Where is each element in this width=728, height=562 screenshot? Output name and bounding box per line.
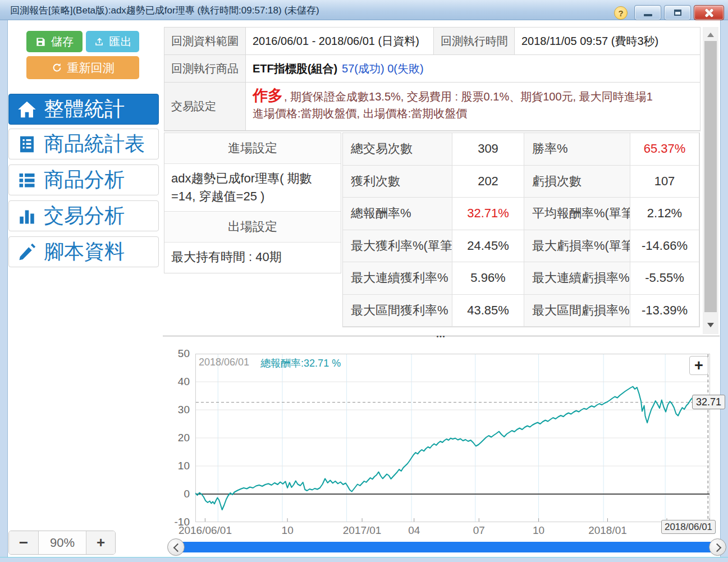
x-tick-label: 2017/01 bbox=[343, 524, 382, 537]
stats-value: 309 bbox=[452, 133, 524, 166]
stats-label: 獲利次數 bbox=[343, 166, 452, 198]
chevron-left-icon bbox=[173, 543, 182, 552]
x-tick-label: 07 bbox=[473, 524, 485, 537]
save-button[interactable]: 儲存 bbox=[26, 31, 83, 52]
overall-stats-table: 總交易次數309勝率%65.37%獲利次數202虧損次數107總報酬率%32.7… bbox=[342, 132, 700, 327]
zoom-in-button[interactable]: + bbox=[86, 531, 115, 554]
sidebar-item-product-analysis[interactable]: 商品分析 bbox=[8, 165, 159, 195]
title-bar: 回測報告[策略](Beta版):adx趨勢已成for理專 (執行時間:09:57… bbox=[0, 0, 728, 20]
rerun-backtest-button[interactable]: 重新回測 bbox=[26, 56, 139, 79]
x-tick-label: 2018/01 bbox=[588, 524, 627, 537]
stats-value: 2.12% bbox=[630, 198, 699, 230]
entry-exit-settings-panel: 進場設定 adx趨勢已成for理專( 期數=14, 穿越值=25 ) 出場設定 … bbox=[164, 132, 341, 273]
stats-label: 最大獲利率%(單筆) bbox=[343, 230, 452, 263]
product-result-link[interactable]: 57(成功) 0(失敗) bbox=[342, 61, 424, 76]
exit-settings-header: 出場設定 bbox=[164, 212, 341, 243]
scroll-right-button[interactable] bbox=[709, 538, 726, 556]
stats-label: 最大連續獲利率% bbox=[343, 262, 452, 295]
vertical-scrollbar-thumb[interactable] bbox=[704, 41, 717, 312]
export-button-label: 匯出 bbox=[109, 34, 132, 49]
y-tick-label: 0 bbox=[168, 488, 190, 500]
minimize-button[interactable] bbox=[634, 5, 661, 20]
range-label: 回測資料範圍 bbox=[164, 28, 246, 55]
stats-value: -13.39% bbox=[630, 295, 699, 327]
chart-plot-area[interactable] bbox=[195, 354, 710, 522]
maximize-button[interactable] bbox=[664, 5, 691, 20]
x-tick-label: 10 bbox=[533, 524, 544, 537]
help-icon: ? bbox=[618, 8, 623, 18]
entry-settings-value: adx趨勢已成for理專( 期數=14, 穿越值=25 ) bbox=[164, 164, 341, 212]
stats-value: -14.66% bbox=[630, 230, 699, 263]
stats-label: 虧損次數 bbox=[524, 166, 630, 198]
chart-zoom-in-button[interactable]: + bbox=[689, 356, 708, 375]
reference-value-label: 32.71 bbox=[692, 395, 725, 409]
home-icon bbox=[17, 99, 37, 120]
sidebar-item-trade-analysis[interactable]: 交易分析 bbox=[8, 200, 159, 231]
pencil-icon bbox=[17, 242, 37, 262]
panel-vertical-scrollbar[interactable] bbox=[703, 27, 718, 334]
trade-setting-value: 作多, 期貨保證金成數13.5%, 交易費用 : 股票0.1%、期貨100元, … bbox=[246, 83, 700, 131]
stats-value: 107 bbox=[630, 166, 699, 198]
scroll-up-icon[interactable] bbox=[707, 33, 714, 37]
zoom-control: − 90% + bbox=[8, 531, 116, 555]
table-icon bbox=[17, 134, 37, 154]
window-edge-left bbox=[0, 20, 8, 562]
export-button[interactable]: 匯出 bbox=[86, 31, 139, 52]
help-button[interactable]: ? bbox=[614, 6, 628, 20]
sidebar-item-label: 商品統計表 bbox=[44, 130, 145, 158]
sidebar-item-product-stats-table[interactable]: 商品統計表 bbox=[8, 129, 159, 159]
trade-setting-line1: , 期貨保證金成數13.5%, 交易費用 : 股票0.1%、期貨100元, 最大… bbox=[284, 90, 653, 103]
close-button[interactable] bbox=[694, 5, 724, 20]
stats-value: 65.37% bbox=[630, 133, 699, 166]
y-tick-label: 40 bbox=[168, 376, 190, 388]
exit-settings-value: 最大持有時間 : 40期 bbox=[164, 243, 341, 273]
chart-cursor-date: 2018/06/01 bbox=[199, 357, 249, 370]
stats-value: 32.71% bbox=[452, 198, 524, 230]
window-edge-bottom bbox=[0, 557, 728, 562]
x-tick-label: 2016/06/01 bbox=[178, 524, 232, 537]
exec-time-value: 2018/11/05 09:57 (費時3秒) bbox=[515, 28, 700, 55]
splitter-grip-icon[interactable]: ••• bbox=[437, 334, 446, 340]
stats-value: 24.45% bbox=[452, 230, 524, 263]
range-value: 2016/06/01 - 2018/06/01 (日資料) bbox=[246, 28, 434, 55]
sidebar-item-label: 腳本資料 bbox=[44, 238, 125, 266]
stats-label: 總報酬率% bbox=[343, 198, 452, 230]
y-tick-label: 50 bbox=[168, 348, 190, 360]
save-icon bbox=[35, 36, 46, 47]
x-tick-label: 10 bbox=[282, 524, 294, 537]
sidebar-item-label: 整體統計 bbox=[44, 95, 125, 123]
sidebar-item-label: 交易分析 bbox=[44, 202, 125, 230]
y-tick-label: 10 bbox=[168, 460, 190, 472]
stats-value: 43.85% bbox=[452, 295, 524, 327]
refresh-icon bbox=[52, 62, 62, 73]
save-button-label: 儲存 bbox=[51, 34, 74, 49]
stats-label: 勝率% bbox=[524, 133, 630, 166]
stats-label: 最大虧損率%(單筆) bbox=[524, 230, 630, 263]
zoom-out-button[interactable]: − bbox=[9, 531, 39, 554]
trade-setting-line2: 進場價格:當期收盤價, 出場價格:當期收盤價 bbox=[253, 105, 693, 122]
maximize-icon bbox=[674, 10, 681, 16]
backtest-info-table: 回測資料範圍 2016/06/01 - 2018/06/01 (日資料) 回測執… bbox=[164, 27, 700, 131]
chart-y-axis: 50403020100-10 bbox=[168, 354, 192, 522]
stats-value: 202 bbox=[452, 166, 524, 198]
x-tick-label: 04 bbox=[408, 524, 420, 537]
entry-settings-header: 進場設定 bbox=[164, 133, 341, 164]
y-tick-label: 20 bbox=[168, 432, 190, 444]
scroll-down-icon[interactable] bbox=[707, 323, 714, 327]
chart-scrollbar-thumb[interactable] bbox=[176, 542, 718, 552]
scroll-left-button[interactable] bbox=[167, 538, 185, 556]
close-icon bbox=[704, 8, 713, 17]
chart-horizontal-scrollbar bbox=[168, 538, 725, 557]
sidebar-item-script-data[interactable]: 腳本資料 bbox=[8, 236, 159, 267]
trade-setting-label: 交易設定 bbox=[164, 83, 246, 131]
product-value: ETF指標股(組合) 57(成功) 0(失敗) bbox=[246, 55, 700, 83]
chart-x-axis: 2016/06/01102017/010407102018/010406 bbox=[195, 524, 710, 539]
pane-splitter[interactable]: ••• bbox=[163, 336, 720, 343]
bar-chart-icon bbox=[17, 206, 37, 226]
chart-header: 2018/06/01 總報酬率:32.71 % bbox=[199, 357, 341, 370]
y-tick-label: 30 bbox=[168, 404, 190, 416]
direction-badge: 作多 bbox=[253, 87, 283, 104]
crosshair-date-label: 2018/06/01 bbox=[661, 520, 716, 534]
sidebar-item-overall-stats[interactable]: 整體統計 bbox=[8, 94, 159, 125]
window-title: 回測報告[策略](Beta版):adx趨勢已成for理專 (執行時間:09:57… bbox=[10, 4, 319, 17]
